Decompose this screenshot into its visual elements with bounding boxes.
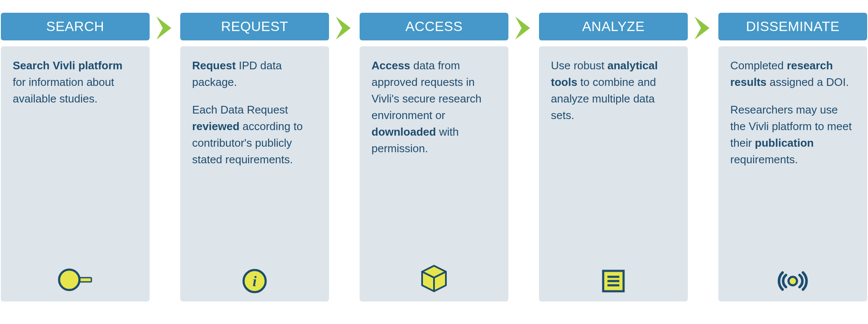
step-text: Each Data Request reviewed according to … xyxy=(192,102,317,168)
step-text: Request IPD data package. xyxy=(192,57,317,91)
svg-point-1 xyxy=(59,270,79,290)
step-header: REQUEST xyxy=(180,13,329,40)
svg-point-11 xyxy=(789,277,797,285)
step-analyze: ANALYZE Use robust analytical tools to c… xyxy=(539,13,688,301)
step-header: ACCESS xyxy=(360,13,508,40)
list-icon xyxy=(539,268,688,294)
step-body: Use robust analytical tools to combine a… xyxy=(539,46,688,301)
svg-text:i: i xyxy=(252,273,257,289)
chevron-arrow-icon xyxy=(688,13,718,301)
step-text: Researchers may use the Vivli platform t… xyxy=(730,102,855,168)
cube-icon xyxy=(360,264,508,294)
step-header: SEARCH xyxy=(1,13,150,40)
step-body: Completed research results assigned a DO… xyxy=(718,46,867,301)
step-header: ANALYZE xyxy=(539,13,688,40)
step-text: Completed research results assigned a DO… xyxy=(730,57,855,91)
step-body: Request IPD data package. Each Data Requ… xyxy=(180,46,329,301)
step-header: DISSEMINATE xyxy=(718,13,867,40)
step-disseminate: DISSEMINATE Completed research results a… xyxy=(718,13,867,301)
info-icon: i xyxy=(180,268,329,294)
magnifier-icon xyxy=(1,266,150,294)
step-text: Access data from approved requests in Vi… xyxy=(372,57,496,157)
step-access: ACCESS Access data from approved request… xyxy=(360,13,508,301)
step-body: Search Vivli platform for information ab… xyxy=(1,46,150,301)
chevron-arrow-icon xyxy=(508,13,539,301)
step-request: REQUEST Request IPD data package. Each D… xyxy=(180,13,329,301)
step-text: Search Vivli platform for information ab… xyxy=(13,57,138,107)
process-flow: SEARCH Search Vivli platform for informa… xyxy=(4,13,864,301)
step-body: Access data from approved requests in Vi… xyxy=(360,46,508,301)
step-text: Use robust analytical tools to combine a… xyxy=(551,57,676,124)
chevron-arrow-icon xyxy=(150,13,180,301)
step-search: SEARCH Search Vivli platform for informa… xyxy=(1,13,150,301)
chevron-arrow-icon xyxy=(329,13,360,301)
broadcast-icon xyxy=(718,268,867,294)
